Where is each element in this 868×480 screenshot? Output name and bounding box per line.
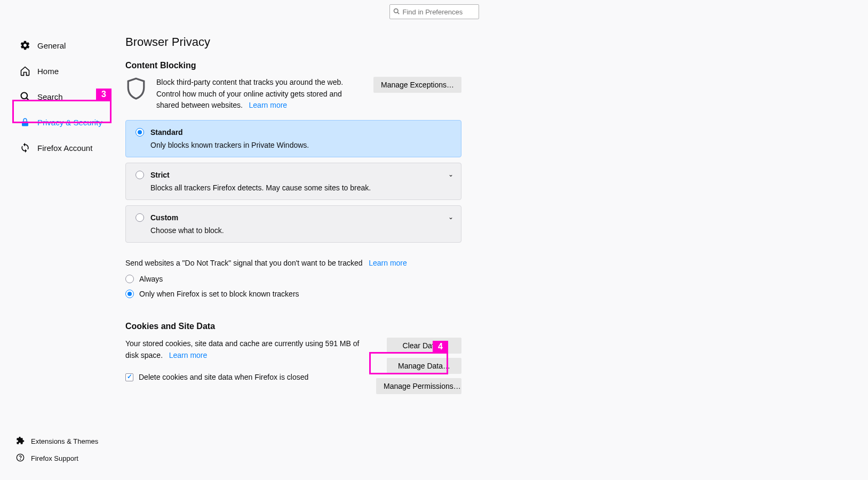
option-sub: Blocks all trackers Firefox detects. May…	[150, 183, 451, 192]
sidebar-item-home[interactable]: Home	[16, 61, 115, 81]
sidebar-item-account[interactable]: Firefox Account	[16, 138, 115, 158]
chevron-down-icon: ⌄	[448, 213, 453, 221]
checkbox-label: Delete cookies and site data when Firefo…	[139, 371, 308, 383]
dnt-learn-more-link[interactable]: Learn more	[369, 259, 407, 267]
sidebar-item-general[interactable]: General	[16, 35, 115, 55]
sidebar-footer-label: Firefox Support	[31, 454, 78, 462]
content-blocking-learn-more-link[interactable]: Learn more	[249, 101, 288, 109]
sidebar-item-label: Search	[37, 92, 63, 101]
dnt-text: Send websites a "Do Not Track" signal th…	[125, 259, 363, 267]
cookies-learn-more-link[interactable]: Learn more	[169, 351, 208, 359]
option-sub: Only blocks known trackers in Private Wi…	[150, 141, 451, 149]
delete-on-close-checkbox[interactable]: Delete cookies and site data when Firefo…	[125, 371, 365, 383]
radio-indicator	[125, 275, 134, 283]
dnt-option-block-trackers[interactable]: Only when Firefox is set to block known …	[125, 290, 461, 298]
content-blocking-heading: Content Blocking	[125, 61, 461, 70]
sidebar: General Home Search Privacy & Security	[0, 35, 115, 394]
dnt-option-always[interactable]: Always	[125, 275, 461, 283]
sidebar-footer-label: Extensions & Themes	[31, 437, 98, 445]
clear-data-button[interactable]: Clear Data…	[387, 338, 461, 354]
manage-permissions-button[interactable]: Manage Permissions…	[376, 378, 461, 394]
blocking-option-standard[interactable]: Standard Only blocks known trackers in P…	[125, 120, 461, 157]
svg-line-1	[397, 12, 399, 14]
svg-point-5	[20, 459, 21, 460]
main-content: Browser Privacy Content Blocking Block t…	[115, 35, 461, 394]
svg-line-3	[27, 98, 29, 101]
sidebar-item-label: Privacy & Security	[37, 118, 102, 127]
radio-indicator	[136, 213, 144, 222]
sidebar-footer-extensions[interactable]: Extensions & Themes	[16, 436, 98, 446]
sidebar-item-label: General	[37, 41, 66, 50]
lock-icon	[19, 116, 31, 128]
blocking-option-strict[interactable]: ⌄ Strict Blocks all trackers Firefox det…	[125, 163, 461, 200]
home-icon	[19, 65, 31, 77]
radio-indicator	[136, 128, 144, 137]
sidebar-item-privacy[interactable]: Privacy & Security	[16, 112, 115, 132]
sidebar-item-label: Firefox Account	[37, 143, 92, 153]
option-title: Standard	[150, 128, 183, 137]
sync-icon	[19, 142, 31, 154]
search-icon	[393, 7, 400, 16]
svg-point-0	[394, 9, 398, 13]
sidebar-item-label: Home	[37, 67, 59, 76]
option-title: Custom	[150, 213, 178, 222]
cookies-desc: Your stored cookies, site data and cache…	[125, 339, 359, 359]
help-icon	[16, 453, 26, 463]
dnt-option-label: Only when Firefox is set to block known …	[139, 290, 299, 298]
manage-exceptions-button[interactable]: Manage Exceptions…	[373, 77, 461, 93]
search-box[interactable]	[389, 4, 479, 19]
search-input[interactable]	[403, 8, 492, 16]
dnt-option-label: Always	[139, 275, 163, 283]
page-title: Browser Privacy	[125, 35, 461, 49]
shield-icon	[125, 77, 147, 103]
blocking-option-custom[interactable]: ⌄ Custom Choose what to block.	[125, 205, 461, 243]
option-title: Strict	[150, 171, 170, 179]
puzzle-icon	[16, 436, 26, 446]
checkbox-indicator	[125, 373, 133, 381]
svg-point-2	[21, 93, 28, 99]
option-sub: Choose what to block.	[150, 226, 451, 235]
chevron-down-icon: ⌄	[448, 171, 453, 178]
cookies-heading: Cookies and Site Data	[125, 322, 461, 331]
search-icon	[19, 91, 31, 102]
manage-data-button[interactable]: Manage Data…	[387, 358, 461, 374]
sidebar-footer-support[interactable]: Firefox Support	[16, 453, 98, 463]
gear-icon	[19, 39, 31, 51]
radio-indicator	[136, 171, 144, 179]
radio-indicator	[125, 290, 134, 298]
sidebar-item-search[interactable]: Search	[16, 86, 115, 107]
